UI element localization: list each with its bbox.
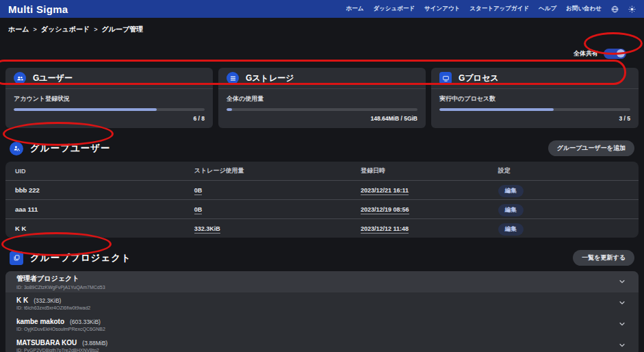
sun-icon[interactable] (628, 5, 636, 13)
navbar-links: ホーム ダッシュボード サインアウト スタートアップガイド ヘルプ お問い合わせ (346, 5, 636, 13)
breadcrumb-home[interactable]: ホーム (8, 25, 29, 34)
toggle-knob (617, 49, 625, 58)
project-list-item[interactable]: kambe makoto (603.33KiB) ID: OyjKDuvEkHO… (5, 314, 639, 335)
chevron-down-icon[interactable] (617, 320, 628, 329)
card-body: アカウント登録状況 6 / 8 (5, 89, 213, 128)
nav-link-help[interactable]: ヘルプ (539, 5, 556, 13)
nav-link-dashboard[interactable]: ダッシュボード (373, 5, 415, 13)
cell-storage: 0B (185, 206, 351, 213)
group-projects-title: グループプロジェクト (30, 252, 566, 264)
col-settings: 設定 (489, 166, 639, 175)
top-navbar: Multi Sigma ホーム ダッシュボード サインアウト スタートアップガイ… (0, 0, 644, 18)
table-row: bbb 222 0B 2023/12/21 16:11 編集 (5, 180, 639, 199)
progress-fill (14, 108, 157, 111)
progress-bar (14, 108, 205, 111)
project-name: kambe makoto (16, 318, 64, 325)
metric-value: 3 / 5 (439, 115, 630, 122)
col-registered: 登録日時 (351, 166, 489, 175)
metric-value: 6 / 8 (14, 115, 205, 122)
nav-link-home[interactable]: ホーム (346, 5, 363, 13)
breadcrumb-current: グループ管理 (101, 25, 143, 34)
edit-button[interactable]: 編集 (498, 204, 524, 216)
cell-settings: 編集 (489, 202, 639, 216)
card-body: 実行中のプロセス数 3 / 5 (431, 89, 639, 128)
col-storage: ストレージ使用量 (185, 166, 351, 175)
nav-link-signout[interactable]: サインアウト (424, 5, 460, 13)
project-list-item[interactable]: 管理者プロジェクト ID: 3o89CZtzKWgFvPjA1YuQAm7MCd… (5, 271, 639, 292)
breadcrumb-dashboard[interactable]: ダッシュボード (41, 25, 90, 34)
project-info: kambe makoto (603.33KiB) ID: OyjKDuvEkHO… (16, 318, 105, 331)
project-name: K K (16, 297, 28, 304)
cell-storage: 0B (185, 187, 351, 194)
metric-value: 148.64MiB / 5GiB (227, 115, 417, 122)
group-projects-list: 管理者プロジェクト ID: 3o89CZtzKWgFvPjA1YuQAm7MCd… (5, 271, 639, 352)
group-projects-header: グループプロジェクト 一覧を更新する (10, 250, 634, 266)
group-user-icon (10, 142, 23, 155)
share-toggle-row: 全体共有 (0, 34, 644, 62)
globe-icon[interactable] (611, 5, 619, 13)
table-row: aaa 111 0B 2023/12/19 08:56 編集 (5, 199, 639, 218)
card-g-process-header: Gプロセス (431, 68, 639, 89)
project-size: (3.88MiB) (82, 340, 107, 347)
card-g-process: Gプロセス 実行中のプロセス数 3 / 5 (431, 68, 639, 128)
group-users-table: UID ストレージ使用量 登録日時 設定 bbb 222 0B 2023/12/… (5, 162, 639, 238)
breadcrumb: ホーム > ダッシュボード > グループ管理 (0, 18, 644, 34)
edit-button[interactable]: 編集 (498, 185, 524, 197)
users-icon (14, 72, 26, 84)
cell-storage: 332.3KiB (185, 225, 351, 232)
col-uid: UID (5, 168, 185, 175)
cell-settings: 編集 (489, 183, 639, 197)
card-body: 全体の使用量 148.64MiB / 5GiB (218, 89, 426, 128)
breadcrumb-separator: > (94, 26, 97, 33)
card-g-storage-header: Gストレージ (218, 68, 426, 89)
table-header-row: UID ストレージ使用量 登録日時 設定 (5, 162, 639, 180)
project-id: ID: t6ich63zxd5xr4OZl6fiw0t9wad2 (16, 305, 90, 310)
project-list-item[interactable]: MATSUBARA KOU (3.88MiB) ID: PvGP2VD8lgfh… (5, 335, 639, 352)
project-size: (332.3KiB) (34, 297, 61, 304)
project-id: ID: OyjKDuvEkHOsoulmPRexcQC6GNB2 (16, 327, 105, 331)
project-size: (603.33KiB) (70, 318, 101, 325)
group-users-title: グループユーザー (30, 142, 541, 155)
project-info: 管理者プロジェクト ID: 3o89CZtzKWgFvPjA1YuQAm7MCd… (16, 274, 105, 290)
card-g-users-header: Gユーザー (5, 68, 213, 89)
metric-label: 実行中のプロセス数 (439, 95, 630, 103)
project-name: MATSUBARA KOU (16, 339, 77, 347)
cell-uid: bbb 222 (5, 186, 185, 194)
add-group-user-button[interactable]: グループユーザーを追加 (548, 140, 634, 156)
progress-fill (439, 108, 554, 111)
process-icon (439, 72, 452, 84)
cell-registered: 2023/12/12 11:48 (351, 225, 489, 232)
group-management-page: Multi Sigma ホーム ダッシュボード サインアウト スタートアップガイ… (0, 0, 644, 352)
cell-uid: aaa 111 (5, 205, 185, 213)
edit-button[interactable]: 編集 (498, 223, 524, 236)
progress-bar (439, 108, 630, 111)
nav-link-startup-guide[interactable]: スタートアップガイド (469, 5, 529, 13)
progress-bar (227, 108, 417, 111)
card-g-storage: Gストレージ 全体の使用量 148.64MiB / 5GiB (218, 68, 426, 128)
storage-icon (227, 72, 239, 84)
progress-fill (227, 108, 232, 111)
project-info: MATSUBARA KOU (3.88MiB) ID: PvGP2VD8lgfh… (16, 339, 107, 352)
chevron-down-icon[interactable] (617, 278, 628, 286)
chevron-down-icon[interactable] (617, 299, 628, 307)
project-list-item[interactable]: K K (332.3KiB) ID: t6ich63zxd5xr4OZl6fiw… (5, 292, 639, 314)
card-title: Gプロセス (459, 73, 498, 84)
card-title: Gユーザー (33, 73, 73, 84)
cell-uid: K K (5, 225, 185, 232)
project-id: ID: 3o89CZtzKWgFvPjA1YuQAm7MCd53 (16, 285, 105, 290)
metric-label: 全体の使用量 (227, 95, 417, 103)
share-all-toggle[interactable] (604, 49, 626, 59)
refresh-list-button[interactable]: 一覧を更新する (573, 250, 634, 266)
table-row: K K 332.3KiB 2023/12/12 11:48 編集 (5, 218, 639, 238)
project-id: ID: PvGP2VD8lgfh7pTre2d8HXNV8tp2 (16, 348, 107, 352)
project-icon (10, 251, 23, 265)
group-users-header: グループユーザー グループユーザーを追加 (10, 140, 634, 156)
chevron-down-icon[interactable] (617, 342, 628, 350)
nav-link-contact[interactable]: お問い合わせ (566, 5, 602, 13)
cell-registered: 2023/12/21 16:11 (351, 187, 489, 194)
cell-registered: 2023/12/19 08:56 (351, 206, 489, 213)
card-title: Gストレージ (246, 73, 294, 84)
share-toggle-label: 全体共有 (574, 49, 598, 58)
project-info: K K (332.3KiB) ID: t6ich63zxd5xr4OZl6fiw… (16, 297, 90, 310)
brand-logo: Multi Sigma (8, 3, 68, 15)
